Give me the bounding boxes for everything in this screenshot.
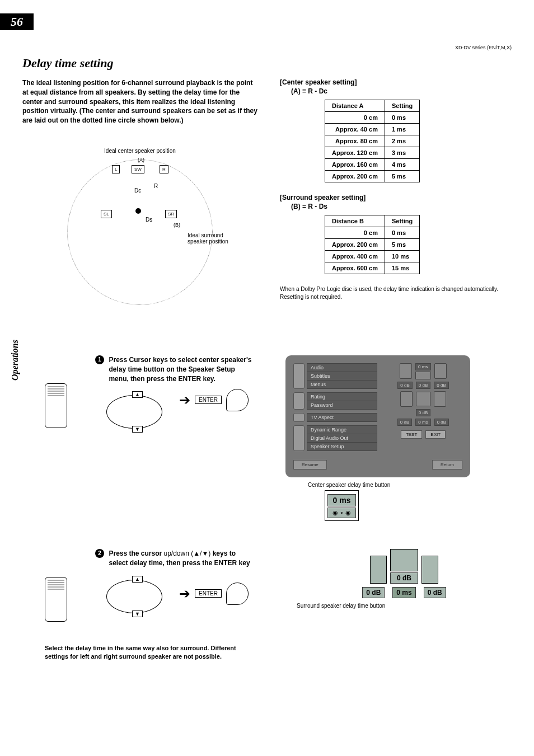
osd-item-dynrange[interactable]: Dynamic Range	[307, 425, 377, 434]
sw-db-value: 0 dB	[390, 572, 418, 584]
step-badge-2: 2	[95, 549, 104, 558]
bottom-note: Select the delay time in the same way al…	[45, 644, 257, 661]
distance-a-label: (A)	[138, 157, 144, 163]
side-section-label: Operations	[10, 340, 20, 381]
speaker-sw-icon: SW	[132, 165, 144, 173]
step1-text: Press Cursor keys to select center speak…	[109, 355, 254, 383]
osd-item-digaudio[interactable]: Digital Audio Out	[307, 434, 377, 443]
speaker-sr-icon: SR	[165, 210, 177, 218]
sl-db[interactable]: 0 dB	[397, 419, 412, 426]
surround-delay-table: Distance B Setting 0 cm0 ms Approx. 200 …	[325, 215, 420, 274]
globe-icon	[293, 363, 305, 389]
center-delay-value: 0 ms	[327, 494, 356, 506]
arrow-right-icon: ➔	[179, 586, 190, 602]
tv-icon	[293, 413, 305, 422]
listener-icon	[135, 208, 141, 214]
osd-item-tvaspect[interactable]: TV Aspect	[307, 413, 377, 422]
osd-item-subtitles[interactable]: Subtitles	[307, 372, 377, 381]
center-speaker-heading: [Center speaker setting]	[280, 78, 512, 86]
table-header-distance-a: Distance A	[325, 100, 385, 112]
fr-db[interactable]: 0 dB	[434, 382, 448, 389]
distance-r-label: R	[154, 183, 158, 189]
intro-paragraph: The ideal listening position for 6-chann…	[22, 78, 257, 125]
table-row: 0 cm0 ms	[325, 227, 420, 239]
center-formula: (A) = R - Dc	[291, 87, 512, 95]
surround-right-icon	[421, 556, 438, 584]
section-title: Delay time setting	[22, 56, 512, 71]
header-model-code: XD-DV series (EN/T,M,X)	[455, 45, 512, 50]
cursor-pad-icon: ▲ ▼	[106, 392, 174, 431]
center-delay-button[interactable]: 0 ms	[415, 363, 431, 370]
osd-item-audio[interactable]: Audio	[307, 363, 377, 372]
speaker-icon	[293, 425, 305, 451]
table-row: 0 cm0 ms	[325, 112, 420, 124]
distance-b-label: (B)	[174, 222, 180, 228]
subwoofer-icon	[416, 392, 430, 406]
distance-dc-label: Dc	[134, 187, 141, 194]
ideal-center-label: Ideal center speaker position	[22, 148, 257, 154]
speaker-sl-icon: SL	[101, 210, 112, 218]
osd-item-speakersetup[interactable]: Speaker Setup	[307, 443, 377, 451]
osd-item-password[interactable]: Password	[307, 401, 377, 410]
remote-control-icon	[45, 577, 67, 622]
osd-item-rating[interactable]: Rating	[307, 392, 377, 401]
table-row: Approx. 160 cm4 ms	[325, 159, 420, 171]
enter-key-label: ENTER	[195, 589, 222, 598]
sub-r-icon	[434, 391, 446, 407]
distance-ds-label: Ds	[146, 217, 152, 223]
ideal-surround-label: Ideal surround speaker position	[188, 232, 238, 245]
center-delay-closeup: 0 ms ◉ ∘ ◉	[325, 490, 359, 521]
cursor-pad-icon: ▲ ▼	[106, 577, 174, 616]
test-button[interactable]: TEST	[401, 430, 422, 439]
surround-left-icon	[370, 556, 387, 584]
table-header-setting: Setting	[385, 215, 419, 227]
fl-db[interactable]: 0 dB	[397, 382, 412, 389]
speaker-r-icon: R	[160, 165, 168, 173]
sw-db[interactable]: 0 dB	[416, 409, 430, 416]
sr-db[interactable]: 0 dB	[434, 419, 449, 426]
speaker-layout-diagram: Ideal center speaker position L SW R (A)…	[22, 148, 257, 311]
speaker-l-icon: L	[112, 165, 120, 173]
sub-l-icon	[400, 391, 413, 407]
surround-speaker-heading: [Surround speaker setting]	[280, 194, 512, 201]
lock-icon	[293, 392, 305, 410]
remote-control-icon	[45, 383, 67, 428]
surround-formula: (B) = R - Ds	[291, 203, 512, 210]
osd-setup-menu: Audio Subtitles Menus Rating Password TV…	[285, 355, 470, 477]
table-row: Approx. 120 cm3 ms	[325, 147, 420, 159]
front-l-icon	[400, 363, 412, 379]
dolby-note: When a Dolby Pro Logic disc is used, the…	[280, 285, 512, 301]
table-header-distance-b: Distance B	[325, 215, 385, 227]
table-header-setting: Setting	[385, 100, 419, 112]
return-button[interactable]: Return	[432, 460, 462, 469]
subwoofer-closeup-icon	[390, 549, 418, 571]
center-speaker-glyph: ◉ ∘ ◉	[327, 508, 356, 518]
press-thumb-icon	[226, 389, 249, 411]
exit-button[interactable]: EXIT	[425, 430, 446, 439]
caption-surround-delay: Surround speaker delay time button	[297, 603, 512, 609]
sl-db-value: 0 dB	[362, 587, 385, 598]
table-row: Approx. 80 cm2 ms	[325, 135, 420, 147]
front-r-icon	[434, 363, 447, 379]
sr-db-value: 0 dB	[424, 587, 446, 598]
caption-center-delay: Center speaker delay time button	[308, 482, 512, 488]
surround-delay-closeup: 0 dB 0 dB 0 ms 0 dB	[297, 549, 512, 598]
center-delay-table: Distance A Setting 0 cm0 ms Approx. 40 c…	[325, 100, 420, 182]
center-speaker-icon	[415, 372, 431, 379]
press-thumb-icon	[226, 583, 249, 605]
surround-delay-value: 0 ms	[392, 587, 415, 598]
table-row: Approx. 40 cm1 ms	[325, 124, 420, 135]
step2-text: Press the cursor up/down (▲/▼) keys to s…	[109, 549, 254, 568]
resume-button[interactable]: Resume	[293, 460, 327, 469]
c-db[interactable]: 0 dB	[416, 382, 430, 389]
step-badge-1: 1	[95, 355, 104, 364]
table-row: Approx. 600 cm15 ms	[325, 262, 420, 274]
table-row: Approx. 200 cm5 ms	[325, 171, 420, 182]
osd-item-menus[interactable]: Menus	[307, 381, 377, 389]
enter-key-label: ENTER	[195, 396, 222, 404]
page-number-tab: 56	[0, 13, 34, 30]
table-row: Approx. 400 cm10 ms	[325, 251, 420, 262]
surround-delay-button[interactable]: 0 ms	[415, 419, 430, 426]
arrow-right-icon: ➔	[179, 392, 190, 408]
table-row: Approx. 200 cm5 ms	[325, 239, 420, 251]
